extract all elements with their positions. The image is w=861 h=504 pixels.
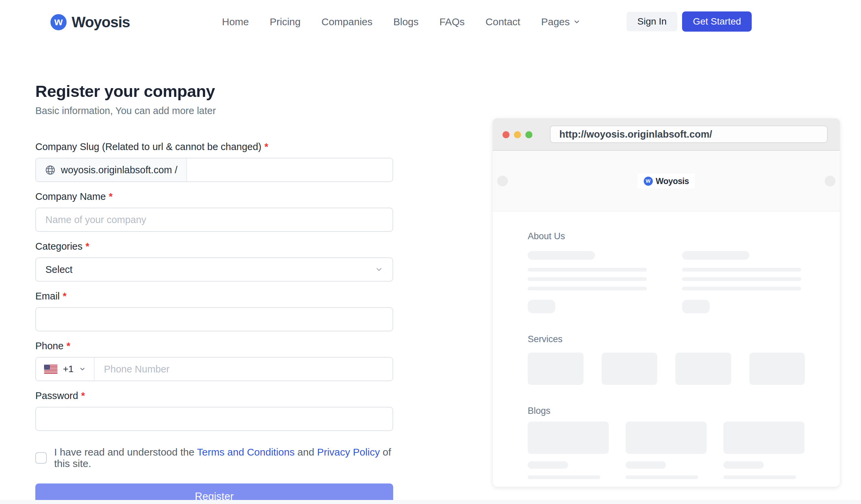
preview-site-name: Woyosis bbox=[656, 176, 689, 186]
phone-group: +1 bbox=[35, 357, 393, 381]
blog-card bbox=[723, 422, 805, 479]
services-heading: Services bbox=[528, 334, 805, 344]
brand-logo[interactable]: w Woyosis bbox=[51, 14, 130, 31]
company-name-label: Company Name* bbox=[35, 191, 393, 202]
categories-label: Categories* bbox=[35, 241, 393, 252]
skeleton-line bbox=[528, 277, 647, 281]
nav-item-home[interactable]: Home bbox=[222, 16, 249, 28]
about-us-heading: About Us bbox=[528, 231, 805, 242]
skeleton-title bbox=[723, 461, 764, 469]
register-form: Register your company Basic information,… bbox=[35, 82, 393, 504]
preview-url: http://woyosis.originlabsoft.com/ bbox=[559, 129, 712, 140]
brand-logo-icon: w bbox=[51, 14, 67, 30]
preview-page-content: About Us Services bbox=[493, 212, 840, 487]
skeleton-title bbox=[528, 461, 568, 469]
nav-item-companies[interactable]: Companies bbox=[322, 16, 373, 28]
skeleton-line bbox=[682, 277, 801, 281]
preview-section-blogs: Blogs bbox=[528, 406, 805, 479]
preview-section-services: Services bbox=[528, 334, 805, 385]
required-marker: * bbox=[264, 141, 268, 152]
services-row bbox=[528, 353, 805, 385]
brand-name: Woyosis bbox=[72, 14, 130, 31]
field-categories: Categories* Select bbox=[35, 241, 393, 282]
nav-item-faqs[interactable]: FAQs bbox=[440, 16, 465, 28]
field-email: Email* bbox=[35, 290, 393, 331]
chevron-down-icon bbox=[79, 366, 86, 372]
page-bottom-strip bbox=[0, 500, 861, 504]
chevron-down-icon bbox=[375, 265, 383, 274]
skeleton-title bbox=[528, 251, 595, 260]
zoom-window-icon bbox=[525, 131, 532, 138]
minimize-window-icon bbox=[514, 131, 521, 138]
skeleton-button bbox=[528, 300, 555, 313]
skeleton-line bbox=[528, 475, 600, 479]
privacy-policy-link[interactable]: Privacy Policy bbox=[317, 447, 380, 458]
blogs-heading: Blogs bbox=[528, 406, 805, 416]
preview-logo-icon: w bbox=[644, 177, 653, 186]
globe-icon bbox=[45, 164, 56, 176]
skeleton-image bbox=[528, 422, 609, 454]
nav-item-blogs[interactable]: Blogs bbox=[393, 16, 419, 28]
address-bar: http://woyosis.originlabsoft.com/ bbox=[550, 125, 828, 143]
hero-circle-left bbox=[497, 176, 508, 186]
required-marker: * bbox=[109, 191, 113, 202]
password-field[interactable] bbox=[35, 407, 393, 431]
company-slug-prefix: woyosis.originlabsoft.com / bbox=[36, 159, 187, 181]
browser-chrome-bar: http://woyosis.originlabsoft.com/ bbox=[493, 119, 840, 151]
nav-item-pricing[interactable]: Pricing bbox=[270, 16, 301, 28]
phone-label: Phone* bbox=[35, 340, 393, 352]
password-label: Password* bbox=[35, 390, 393, 401]
blog-card bbox=[626, 422, 707, 479]
phone-number-input[interactable] bbox=[95, 358, 393, 381]
preview-site-logo: w Woyosis bbox=[638, 174, 695, 188]
skeleton-card bbox=[675, 353, 731, 385]
company-slug-label: Company Slug (Related to url & cannot be… bbox=[35, 141, 393, 152]
us-flag-icon bbox=[44, 365, 57, 374]
nav-item-pages[interactable]: Pages bbox=[541, 16, 580, 28]
page-title: Register your company bbox=[35, 82, 393, 100]
preview-hero: w Woyosis bbox=[493, 151, 840, 212]
email-field[interactable] bbox=[35, 307, 393, 331]
skeleton-card bbox=[749, 353, 805, 385]
about-column bbox=[528, 251, 651, 313]
phone-country-select[interactable]: +1 bbox=[36, 358, 95, 381]
nav-item-contact[interactable]: Contact bbox=[486, 16, 520, 28]
preview-section-about: About Us bbox=[528, 231, 805, 313]
chevron-down-icon bbox=[573, 18, 580, 26]
categories-select[interactable]: Select bbox=[35, 257, 393, 282]
site-header: w Woyosis Home Pricing Companies Blogs F… bbox=[0, 0, 861, 44]
categories-selected-value: Select bbox=[45, 264, 73, 275]
skeleton-title bbox=[626, 461, 666, 469]
skeleton-line bbox=[682, 268, 801, 272]
skeleton-image bbox=[626, 422, 707, 454]
skeleton-image bbox=[723, 422, 805, 454]
email-label: Email* bbox=[35, 290, 393, 302]
close-window-icon bbox=[503, 131, 509, 138]
about-column bbox=[682, 251, 805, 313]
about-grid bbox=[528, 251, 805, 313]
main-nav: Home Pricing Companies Blogs FAQs Contac… bbox=[222, 0, 580, 44]
skeleton-line bbox=[626, 475, 698, 479]
phone-dial-code: +1 bbox=[63, 364, 74, 374]
company-slug-group: woyosis.originlabsoft.com / bbox=[35, 158, 393, 182]
skeleton-line bbox=[528, 268, 647, 272]
hero-circle-right bbox=[825, 176, 835, 186]
required-marker: * bbox=[67, 340, 70, 352]
company-slug-input[interactable] bbox=[187, 159, 393, 181]
terms-row: I have read and understood the Terms and… bbox=[35, 447, 393, 469]
terms-and-conditions-link[interactable]: Terms and Conditions bbox=[197, 447, 295, 458]
terms-text: I have read and understood the Terms and… bbox=[54, 447, 393, 469]
skeleton-line bbox=[723, 475, 796, 479]
get-started-button[interactable]: Get Started bbox=[682, 11, 752, 32]
skeleton-card bbox=[528, 353, 584, 385]
field-company-name: Company Name* bbox=[35, 191, 393, 232]
terms-checkbox[interactable] bbox=[35, 452, 47, 464]
required-marker: * bbox=[63, 290, 67, 302]
page-subtitle: Basic information, You can add more late… bbox=[35, 104, 393, 118]
company-name-input[interactable] bbox=[35, 208, 393, 232]
blogs-row bbox=[528, 422, 805, 479]
field-phone: Phone* +1 bbox=[35, 340, 393, 381]
header-actions: Sign In Get Started bbox=[627, 11, 752, 32]
sign-in-button[interactable]: Sign In bbox=[627, 12, 678, 31]
skeleton-line bbox=[682, 287, 801, 290]
